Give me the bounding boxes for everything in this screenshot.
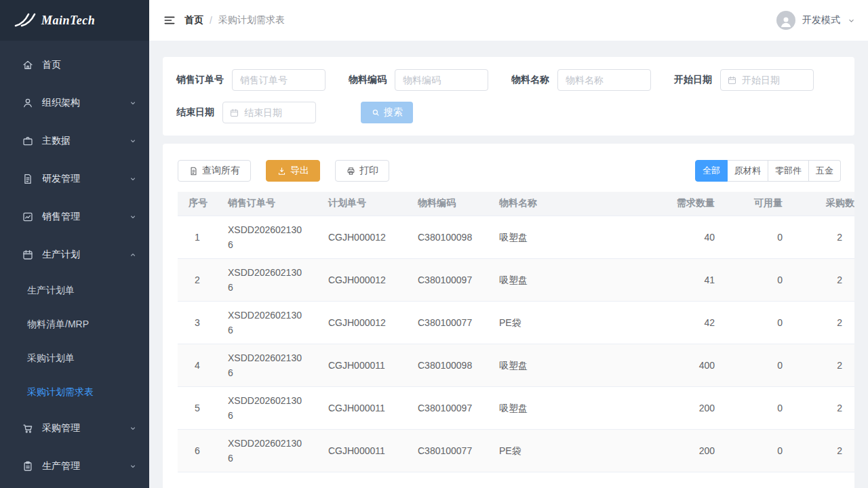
sidebar-item-organization[interactable]: 组织架构 — [0, 84, 149, 122]
page-content: 销售订单号 物料编码 物料名称 开始日期 结束日期 — [149, 41, 868, 488]
production-plan-submenu: 生产计划单 物料清单/MRP 采购计划单 采购计划需求表 — [0, 274, 149, 409]
sidebar-item-home[interactable]: 首页 — [0, 46, 149, 84]
col-demand-qty: 需求数量 — [658, 192, 726, 216]
export-button[interactable]: 导出 — [266, 160, 320, 182]
cell-plan-no: CGJH000012 — [317, 216, 407, 258]
sidebar-item-label: 研发管理 — [42, 173, 80, 185]
end-date-picker[interactable] — [222, 102, 316, 123]
table-row[interactable]: 4 XSDD2026021306 CGJH000011 C380100098 吸… — [178, 344, 854, 386]
cell-sales-order: XSDD2026021306 — [217, 344, 317, 386]
sidebar-item-sales-management[interactable]: 销售管理 — [0, 198, 149, 236]
cart-icon — [22, 422, 34, 434]
col-material-name: 物料名称 — [488, 192, 658, 216]
filter-panel: 销售订单号 物料编码 物料名称 开始日期 结束日期 — [163, 57, 854, 136]
cell-demand-qty: 200 — [658, 429, 726, 472]
sidebar-item-label: 销售管理 — [42, 211, 80, 223]
sidebar-item-rd-management[interactable]: 研发管理 — [0, 160, 149, 198]
sidebar-toggle-icon[interactable] — [163, 14, 176, 27]
breadcrumb-home[interactable]: 首页 — [184, 14, 203, 26]
calendar-icon — [229, 108, 239, 118]
cell-seq: 4 — [178, 344, 217, 386]
sidebar-item-bom-mrp[interactable]: 物料清单/MRP — [0, 308, 149, 342]
table-row[interactable]: 6 XSDD2026021306 CGJH000011 C380100077 P… — [178, 429, 854, 472]
sidebar-item-label: 生产计划 — [42, 249, 80, 261]
sidebar-item-purchase-plan-demand[interactable]: 采购计划需求表 — [0, 375, 149, 409]
field-label: 物料编码 — [349, 74, 387, 86]
cell-available-qty: 0 — [726, 429, 793, 472]
chart-icon — [22, 211, 34, 223]
cell-seq: 2 — [178, 258, 217, 301]
cell-sales-order: XSDD2026021306 — [217, 258, 317, 301]
sidebar-item-production-management[interactable]: 生产管理 — [0, 447, 149, 485]
chevron-down-icon — [129, 213, 137, 221]
user-menu[interactable]: 开发模式 — [776, 11, 856, 30]
tab-all[interactable]: 全部 — [695, 160, 728, 182]
search-icon — [371, 108, 380, 117]
submenu-item-label: 采购计划需求表 — [27, 386, 94, 399]
table-row[interactable]: 2 XSDD2026021306 CGJH000012 C380100097 吸… — [178, 258, 854, 301]
cell-demand-qty: 42 — [658, 301, 726, 344]
col-sales-order: 销售订单号 — [217, 192, 317, 216]
tab-hardware[interactable]: 五金 — [809, 160, 841, 182]
filter-field-sales-order: 销售订单号 — [176, 69, 326, 91]
brand-name: MainTech — [41, 14, 95, 28]
sidebar-item-label: 组织架构 — [42, 97, 80, 109]
field-label: 开始日期 — [674, 74, 712, 86]
cell-material-code: C380100098 — [407, 216, 488, 258]
cell-purchase-qty: 2 — [793, 344, 854, 386]
brand-swoosh-icon — [14, 12, 37, 28]
clipboard-icon — [22, 460, 34, 472]
end-date-input[interactable] — [244, 107, 309, 118]
query-all-button[interactable]: 查询所有 — [178, 160, 251, 182]
sidebar-item-production-plan-order[interactable]: 生产计划单 — [0, 274, 149, 308]
table-panel: 查询所有 导出 打印 全部 原材料 零部件 五金 — [163, 144, 854, 488]
table-header-row: 序号 销售订单号 计划单号 物料编码 物料名称 需求数量 可用量 采购数量 — [178, 192, 854, 216]
sidebar: MainTech 首页 组织架构 主数据 研发管理 销售管理 生产 — [0, 0, 149, 488]
cell-material-name: 吸塑盘 — [488, 258, 658, 301]
cell-sales-order: XSDD2026021306 — [217, 216, 317, 258]
sidebar-item-purchase-management[interactable]: 采购管理 — [0, 409, 149, 447]
col-purchase-qty: 采购数量 — [793, 192, 854, 216]
table-toolbar: 查询所有 导出 打印 全部 原材料 零部件 五金 — [178, 160, 841, 182]
cell-purchase-qty: 2 — [793, 429, 854, 472]
table-row[interactable]: 1 XSDD2026021306 CGJH000012 C380100098 吸… — [178, 216, 854, 258]
cell-purchase-qty: 2 — [793, 216, 854, 258]
material-name-input[interactable] — [557, 69, 651, 91]
user-icon — [22, 97, 34, 109]
chevron-down-icon — [847, 16, 856, 25]
sidebar-item-production-plan[interactable]: 生产计划 — [0, 236, 149, 274]
print-button[interactable]: 打印 — [335, 160, 389, 182]
cell-sales-order: XSDD2026021306 — [217, 386, 317, 429]
calendar-icon — [22, 249, 34, 261]
filter-field-material-name: 物料名称 — [511, 69, 651, 91]
sidebar-item-label: 主数据 — [42, 135, 71, 147]
home-icon — [22, 59, 34, 71]
cell-material-code: C380100098 — [407, 344, 488, 386]
table-row[interactable]: 5 XSDD2026021306 CGJH000011 C380100097 吸… — [178, 386, 854, 429]
export-label: 导出 — [290, 165, 309, 177]
sidebar-item-master-data[interactable]: 主数据 — [0, 122, 149, 160]
tab-raw-material[interactable]: 原材料 — [728, 160, 768, 182]
submenu-item-label: 生产计划单 — [27, 285, 75, 297]
search-button[interactable]: 搜索 — [361, 102, 413, 123]
cell-plan-no: CGJH000011 — [317, 386, 407, 429]
filter-field-material-code: 物料编码 — [349, 69, 488, 91]
start-date-input[interactable] — [742, 75, 807, 85]
cell-material-name: 吸塑盘 — [488, 344, 658, 386]
tab-parts[interactable]: 零部件 — [768, 160, 809, 182]
sidebar-item-label: 首页 — [42, 59, 61, 71]
field-label: 物料名称 — [511, 74, 549, 86]
start-date-picker[interactable] — [720, 69, 814, 91]
cell-purchase-qty: 2 — [793, 301, 854, 344]
cell-available-qty: 0 — [726, 386, 793, 429]
table-row[interactable]: 3 XSDD2026021306 CGJH000012 C380100077 P… — [178, 301, 854, 344]
cell-available-qty: 0 — [726, 344, 793, 386]
cell-demand-qty: 400 — [658, 344, 726, 386]
material-code-input[interactable] — [395, 69, 488, 91]
cell-demand-qty: 40 — [658, 216, 726, 258]
field-label: 销售订单号 — [176, 74, 224, 86]
sidebar-item-purchase-plan-order[interactable]: 采购计划单 — [0, 342, 149, 375]
sales-order-input[interactable] — [232, 69, 326, 91]
main-area: 首页 / 采购计划需求表 开发模式 销售订单号 物料编码 物料名称 开始 — [149, 0, 868, 488]
cell-material-name: PE袋 — [488, 429, 658, 472]
